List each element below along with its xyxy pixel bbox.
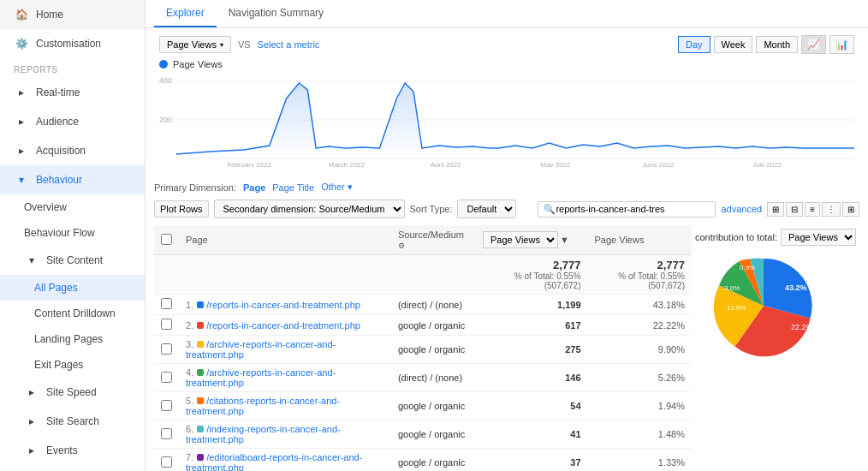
sidebar-item-site-speed[interactable]: ▸ Site Speed bbox=[0, 378, 145, 407]
pageviews-col-select[interactable]: Page Views bbox=[483, 231, 558, 248]
sidebar-item-acquisition[interactable]: ▸ Acquisition bbox=[0, 136, 145, 165]
svg-text:0.9%: 0.9% bbox=[740, 264, 755, 271]
page-link[interactable]: /reports-in-cancer-and-treatment.php bbox=[206, 300, 360, 310]
svg-text:3.0%: 3.0% bbox=[724, 284, 740, 292]
chevron-down-icon: ▾ bbox=[220, 41, 223, 49]
sidebar-item-publisher[interactable]: ▸ Publisher bbox=[0, 465, 145, 471]
row-pct: 43.18% bbox=[588, 295, 692, 315]
sidebar-item-label: Customisation bbox=[36, 38, 101, 50]
row-pct: 1.33% bbox=[588, 449, 692, 472]
sidebar-item-behaviour[interactable]: ▾ Behaviour bbox=[0, 165, 145, 194]
table-with-pie: Page Source/Medium ⚙ Page Views ▼ bbox=[154, 225, 859, 471]
pivot-view-button[interactable]: ⊟ bbox=[786, 202, 803, 217]
sidebar-item-exit-pages[interactable]: Exit Pages bbox=[0, 352, 145, 378]
metric-select-button[interactable]: Page Views ▾ bbox=[159, 36, 231, 53]
page-link[interactable]: /reports-in-cancer-and-treatment.php bbox=[206, 320, 360, 331]
row-checkbox[interactable] bbox=[161, 400, 172, 411]
row-pct: 5.26% bbox=[588, 364, 692, 392]
tab-navigation-summary[interactable]: Navigation Summary bbox=[217, 0, 336, 27]
select-all-checkbox[interactable] bbox=[161, 234, 172, 245]
dim-page-link[interactable]: Page bbox=[243, 182, 265, 193]
sidebar-item-label: All Pages bbox=[34, 282, 78, 294]
sidebar-item-site-search[interactable]: ▸ Site Search bbox=[0, 407, 145, 436]
search-box: 🔍 bbox=[538, 201, 716, 218]
row-checkbox[interactable] bbox=[161, 319, 172, 330]
row-pct: 22.22% bbox=[588, 315, 692, 336]
advanced-link[interactable]: advanced bbox=[721, 204, 762, 214]
row-checkbox[interactable] bbox=[161, 372, 172, 383]
row-source: google / organic bbox=[391, 449, 476, 472]
chart-view-button[interactable]: ⋮ bbox=[822, 202, 841, 217]
sort-type-select[interactable]: Default bbox=[457, 200, 516, 218]
secondary-dimension-select[interactable]: Secondary dimension: Source/Medium bbox=[214, 200, 405, 218]
row-checkbox[interactable] bbox=[161, 343, 172, 355]
row-num-page: 2./reports-in-cancer-and-treatment.php bbox=[179, 315, 391, 336]
page-link[interactable]: /indexing-reports-in-cancer-and-treatmen… bbox=[186, 424, 341, 444]
sidebar-item-home[interactable]: 🏠 Home bbox=[0, 0, 145, 29]
table-row: 3./archive-reports-in-cancer-and-treatme… bbox=[154, 336, 692, 364]
plot-rows-button[interactable]: Plot Rows bbox=[154, 200, 209, 218]
tabs-bar: Explorer Navigation Summary bbox=[146, 0, 868, 28]
sidebar-item-audience[interactable]: ▸ Audience bbox=[0, 107, 145, 136]
row-checkbox[interactable] bbox=[161, 298, 172, 309]
page-link[interactable]: /archive-reports-in-cancer-and-treatment… bbox=[186, 339, 336, 360]
month-button[interactable]: Month bbox=[756, 36, 798, 53]
row-checkbox[interactable] bbox=[161, 456, 172, 468]
sidebar-item-label: Acquisition bbox=[36, 145, 86, 157]
page-link[interactable]: /editorialboard-reports-in-cancer-and-tr… bbox=[186, 452, 362, 471]
row-source: (direct) / (none) bbox=[391, 364, 476, 392]
search-icon: 🔍 bbox=[544, 204, 556, 215]
tab-explorer[interactable]: Explorer bbox=[154, 0, 217, 27]
sort-asc-icon: ▼ bbox=[560, 235, 569, 245]
sidebar-item-landing-pages[interactable]: Landing Pages bbox=[0, 326, 145, 352]
page-link[interactable]: /archive-reports-in-cancer-and-treatment… bbox=[186, 367, 336, 388]
summary-pageviews-right: 2,777 % of Total: 0.55% (507,672) bbox=[588, 255, 692, 295]
expand-icon: ▸ bbox=[14, 85, 29, 100]
day-button[interactable]: Day bbox=[678, 36, 710, 53]
search-input[interactable] bbox=[556, 204, 710, 214]
row-source: (direct) / (none) bbox=[391, 295, 476, 315]
more-view-button[interactable]: ⊞ bbox=[842, 202, 859, 217]
col-pageviews-header: Page Views ▼ bbox=[476, 225, 588, 255]
bar-chart-icon[interactable]: 📊 bbox=[829, 35, 854, 54]
sidebar-item-label: Site Search bbox=[46, 415, 99, 427]
sidebar-item-customisation[interactable]: ⚙️ Customisation bbox=[0, 29, 145, 58]
primary-dimension-bar: Primary Dimension: Page Page Title Other… bbox=[154, 176, 859, 196]
svg-text:400: 400 bbox=[159, 76, 172, 85]
select-metric-link[interactable]: Select a metric bbox=[258, 39, 320, 50]
sidebar-item-behaviour-flow[interactable]: Behaviour Flow bbox=[0, 220, 145, 246]
svg-text:July 2022: July 2022 bbox=[752, 161, 782, 167]
sidebar-item-all-pages[interactable]: All Pages bbox=[0, 275, 145, 301]
contribution-header: contribution to total: Page Views bbox=[695, 229, 856, 246]
compare-view-button[interactable]: ≡ bbox=[805, 202, 820, 217]
expand-icon: ▾ bbox=[14, 172, 29, 188]
row-source: google / organic bbox=[391, 336, 476, 364]
expand-icon: ▸ bbox=[24, 385, 39, 400]
table-row: 5./citations-reports-in-cancer-and-treat… bbox=[154, 392, 692, 420]
sidebar-item-label: Behaviour bbox=[36, 174, 82, 186]
sidebar-item-events[interactable]: ▸ Events bbox=[0, 436, 145, 465]
row-pageviews: 41 bbox=[476, 420, 588, 449]
week-button[interactable]: Week bbox=[714, 36, 753, 53]
row-pct: 1.94% bbox=[588, 392, 692, 420]
row-pageviews: 54 bbox=[476, 392, 588, 420]
sidebar-item-realtime[interactable]: ▸ Real-time bbox=[0, 78, 145, 107]
dim-other-link[interactable]: Other ▾ bbox=[321, 182, 353, 193]
row-checkbox[interactable] bbox=[161, 428, 172, 439]
sidebar-item-overview[interactable]: Overview bbox=[0, 194, 145, 220]
legend-dot bbox=[159, 60, 168, 69]
sidebar-item-site-content[interactable]: ▾ Site Content bbox=[0, 246, 145, 275]
line-chart-icon[interactable]: 📈 bbox=[801, 35, 826, 54]
svg-text:43.2%: 43.2% bbox=[785, 283, 807, 292]
col-pageviews2-header: Page Views bbox=[588, 225, 692, 255]
page-link[interactable]: /citations-reports-in-cancer-and-treatme… bbox=[186, 396, 340, 416]
vs-text: VS bbox=[238, 39, 251, 50]
table-view-button[interactable]: ⊞ bbox=[767, 202, 784, 217]
pie-chart: 43.2% 22.2% 11.8% 3.0% 0.9% bbox=[695, 246, 823, 357]
dim-page-title-link[interactable]: Page Title bbox=[272, 182, 314, 193]
sidebar-item-label: Home bbox=[36, 9, 63, 21]
expand-icon: ▸ bbox=[24, 414, 39, 429]
sidebar-item-content-drilldown[interactable]: Content Drilldown bbox=[0, 301, 145, 326]
contribution-metric-select[interactable]: Page Views bbox=[781, 229, 856, 246]
expand-icon: ▸ bbox=[14, 114, 29, 129]
